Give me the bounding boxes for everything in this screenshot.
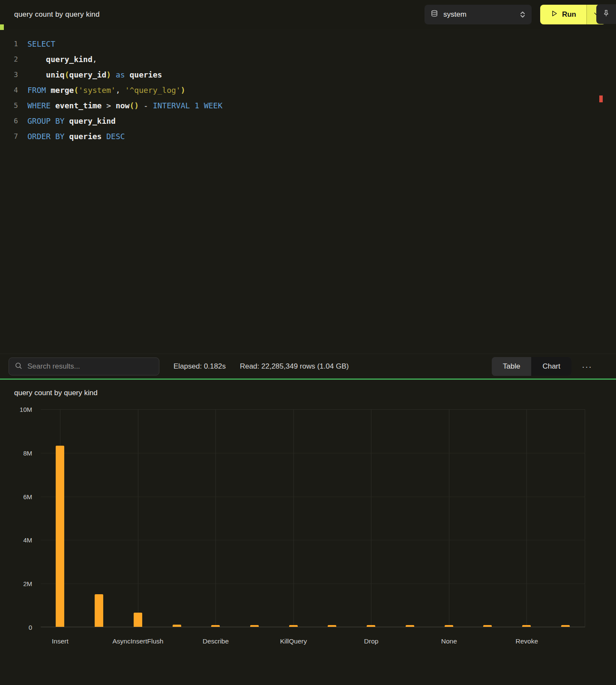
line-number: 3	[0, 67, 18, 83]
gridline-vertical	[526, 410, 527, 627]
bar	[445, 625, 453, 627]
panel-resizer[interactable]	[0, 378, 616, 380]
select-arrows-icon	[520, 10, 526, 19]
line-number: 4	[0, 83, 18, 98]
line-number: 1	[0, 36, 18, 52]
x-axis-label: Insert	[52, 637, 69, 645]
gridline-vertical	[138, 410, 138, 627]
y-axis-label: 0	[29, 624, 32, 631]
bar	[289, 625, 298, 627]
bar	[250, 625, 259, 627]
search-input[interactable]	[27, 362, 153, 371]
chart-x-axis: InsertAsyncInsertFlushDescribeKillQueryD…	[41, 634, 585, 647]
toolbar-actions: system Run	[425, 5, 606, 24]
run-button-label: Run	[562, 10, 576, 19]
bar	[134, 613, 142, 627]
bar	[211, 625, 220, 627]
line-number: 5	[0, 98, 18, 113]
view-toggle: Table Chart	[492, 357, 571, 376]
read-stat: Read: 22,285,349 rows (1.04 GB)	[240, 362, 349, 371]
y-axis-label: 2M	[23, 580, 32, 587]
results-view-controls: Table Chart ···	[492, 357, 592, 376]
bar	[561, 625, 570, 627]
elapsed-stat: Elapsed: 0.182s	[173, 362, 226, 371]
search-icon	[15, 362, 22, 371]
code-line: 3 uniq(query_id) as queries	[0, 67, 616, 83]
x-axis-label: KillQuery	[280, 637, 307, 645]
bar	[328, 625, 336, 627]
bar	[483, 625, 492, 627]
code-line: 6GROUP BY query_kind	[0, 113, 616, 129]
x-axis-label: Drop	[364, 637, 379, 645]
bar	[406, 625, 414, 627]
top-toolbar: query count by query kind system	[0, 0, 616, 29]
code-line: 5WHERE event_time > now() - INTERVAL 1 W…	[0, 98, 616, 113]
bar	[56, 446, 64, 627]
gridline-vertical	[293, 410, 294, 627]
gridline-vertical	[215, 410, 216, 627]
code-line: 1SELECT	[0, 36, 616, 52]
bar	[522, 625, 531, 627]
tab-chart[interactable]: Chart	[531, 357, 571, 376]
x-axis-label: Describe	[203, 637, 229, 645]
chart-title: query count by query kind	[14, 389, 98, 397]
tab-table[interactable]: Table	[492, 357, 532, 376]
run-button[interactable]: Run	[540, 5, 586, 24]
pin-icon	[602, 9, 610, 19]
query-title: query count by query kind	[14, 10, 100, 19]
line-number: 7	[0, 129, 18, 144]
x-axis-label: AsyncInsertFlush	[113, 637, 164, 645]
bar	[173, 625, 181, 627]
scrollbar-annotation-marker	[599, 95, 603, 102]
x-axis-label: None	[441, 637, 457, 645]
gridline-horizontal	[41, 584, 585, 584]
bar	[95, 594, 103, 627]
gridline-horizontal	[41, 497, 585, 497]
gutter-change-marker	[0, 24, 4, 30]
bar	[367, 625, 375, 627]
database-selector-value: system	[443, 10, 466, 19]
line-number: 6	[0, 113, 18, 129]
code-line: 4FROM merge('system', '^query_log')	[0, 83, 616, 98]
y-axis-label: 6M	[23, 493, 32, 500]
gridline-horizontal	[41, 540, 585, 540]
gridline-horizontal	[41, 453, 585, 453]
code-line: 7ORDER BY queries DESC	[0, 129, 616, 144]
y-axis-label: 8M	[23, 449, 32, 456]
pin-button[interactable]	[596, 4, 616, 24]
y-axis-label: 10M	[20, 406, 32, 413]
line-number: 2	[0, 52, 18, 67]
y-axis-label: 4M	[23, 536, 32, 544]
bar-chart	[41, 409, 585, 627]
database-selector[interactable]: system	[425, 5, 532, 24]
results-toolbar: Elapsed: 0.182s Read: 22,285,349 rows (1…	[0, 354, 616, 378]
sql-editor[interactable]: 1SELECT2 query_kind,3 uniq(query_id) as …	[0, 29, 616, 354]
code-line: 2 query_kind,	[0, 52, 616, 67]
database-icon	[431, 10, 438, 19]
gridline-vertical	[371, 410, 371, 627]
gridline-vertical	[449, 410, 449, 627]
search-results-box[interactable]	[9, 357, 159, 375]
more-options-button[interactable]: ···	[582, 362, 592, 371]
x-axis-label: Revoke	[516, 637, 538, 645]
chart-y-axis: 10M8M6M4M2M0	[0, 409, 41, 627]
play-icon	[550, 10, 558, 19]
